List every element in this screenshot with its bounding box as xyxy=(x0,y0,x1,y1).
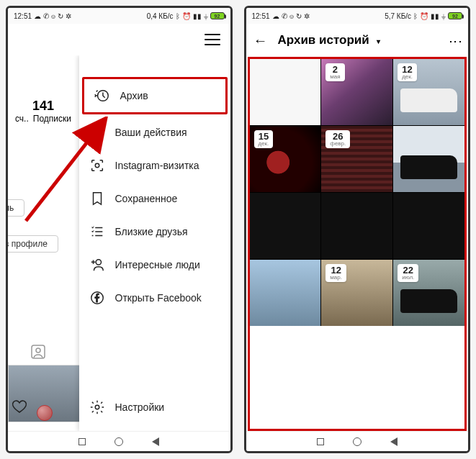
date-month: мая xyxy=(330,74,340,80)
menu-item-archive[interactable]: Архив xyxy=(82,77,228,114)
followers-stat[interactable]: 141 сч.. Подписки xyxy=(15,99,71,124)
battery-icon: 92 xyxy=(448,12,462,19)
stat-label-partial: сч.. xyxy=(15,114,29,124)
nav-recent-icon[interactable] xyxy=(317,438,324,445)
bookmark-icon xyxy=(89,191,105,206)
status-time: 12:51 xyxy=(14,12,32,20)
notification-gear-icon: ✲ xyxy=(304,12,310,20)
archive-story-cell[interactable] xyxy=(250,260,321,326)
battery-icon: 92 xyxy=(210,12,225,19)
notification-whatsapp-icon: ✆ xyxy=(282,12,287,20)
date-badge: 15 дек. xyxy=(254,130,274,148)
notification-sync-icon: ↻ xyxy=(296,12,302,20)
phone-left-profile-menu: 12:51 ☁ ✆ ⌾ ↻ ✲ 0,4 КБ/с ᛒ ⏰ ▮▮ ⏚ 92 141… xyxy=(6,6,233,453)
nav-back-icon[interactable] xyxy=(390,437,398,446)
status-bar: 12:51 ☁ ✆ ⌾ ↻ ✲ 5,7 КБ/с ᛒ ⏰ ▮▮ ⏚ 92 xyxy=(246,8,469,24)
android-navbar xyxy=(246,431,469,451)
menu-item-open-facebook[interactable]: Открыть Facebook xyxy=(79,281,230,314)
notification-cloud-icon: ☁ xyxy=(34,12,41,20)
menu-item-saved[interactable]: Сохраненное xyxy=(79,182,230,215)
notification-cloud-icon: ☁ xyxy=(272,12,279,20)
tagged-tab-icon[interactable] xyxy=(30,343,47,363)
bluetooth-icon: ᛒ xyxy=(176,12,180,20)
like-icon[interactable] xyxy=(11,398,28,418)
nav-recent-icon[interactable] xyxy=(78,438,86,445)
svg-point-4 xyxy=(95,163,99,168)
menu-item-close-friends[interactable]: Близкие друзья xyxy=(79,215,230,248)
status-data-rate: 5,7 КБ/с xyxy=(385,12,411,20)
profile-side-menu: Архив Ваши действия Instagram-визитка Со… xyxy=(79,55,230,431)
hamburger-menu-icon[interactable] xyxy=(205,34,220,45)
archive-story-cell[interactable] xyxy=(250,193,321,259)
menu-label: Близкие друзья xyxy=(115,226,188,237)
menu-item-your-activity[interactable]: Ваши действия xyxy=(79,116,230,149)
signal-icon: ▮▮ xyxy=(431,12,439,20)
story-avatar[interactable] xyxy=(37,405,53,421)
archive-clock-icon xyxy=(94,88,110,104)
stat-number: 141 xyxy=(15,99,71,114)
menu-label: Настройки xyxy=(115,401,165,413)
date-badge: 2 мая xyxy=(325,63,344,81)
date-month: июл. xyxy=(402,275,414,281)
archive-story-cell[interactable] xyxy=(393,193,464,259)
date-badge: 12 дек. xyxy=(398,63,417,81)
notification-gear-icon: ✲ xyxy=(66,12,71,20)
archive-grid-highlighted: 2 мая 12 дек. 15 дек. 26 xyxy=(248,57,467,431)
edit-profile-button-partial[interactable]: ль xyxy=(8,199,24,217)
archive-story-cell[interactable]: 15 дек. xyxy=(250,126,321,192)
archive-story-cell[interactable]: 26 февр. xyxy=(321,126,392,192)
android-navbar xyxy=(8,431,230,451)
add-person-icon xyxy=(89,257,105,273)
notification-sync-icon: ↻ xyxy=(58,12,63,20)
car-thumbnail xyxy=(400,289,457,312)
facebook-icon xyxy=(89,290,105,306)
status-time: 12:51 xyxy=(252,12,270,20)
date-month: февр. xyxy=(330,141,346,147)
menu-label: Интересные люди xyxy=(115,259,200,271)
activity-clock-icon xyxy=(89,124,105,140)
nav-back-icon[interactable] xyxy=(152,437,159,446)
signal-icon: ▮▮ xyxy=(193,12,202,20)
menu-label: Сохраненное xyxy=(115,193,178,204)
alarm-icon: ⏰ xyxy=(420,12,428,20)
date-month: мар. xyxy=(330,275,342,281)
archive-story-cell[interactable] xyxy=(393,126,464,192)
date-month: дек. xyxy=(259,141,269,147)
archive-title-text: Архив историй xyxy=(278,33,369,47)
nametag-icon xyxy=(89,158,105,173)
notification-camera-icon: ⌾ xyxy=(289,12,294,20)
archive-story-cell[interactable]: 12 мар. xyxy=(321,260,392,326)
menu-label: Instagram-визитка xyxy=(115,160,199,171)
svg-point-1 xyxy=(36,348,40,353)
archive-story-cell[interactable]: 22 июл. xyxy=(393,260,464,326)
stat-label-subscriptions: Подписки xyxy=(33,114,71,124)
svg-rect-0 xyxy=(32,345,45,358)
menu-item-settings[interactable]: Настройки xyxy=(79,391,230,424)
menu-label: Архив xyxy=(120,90,148,101)
svg-point-7 xyxy=(95,405,99,409)
back-arrow-icon[interactable]: ← xyxy=(253,32,268,49)
menu-item-discover-people[interactable]: Интересные люди xyxy=(79,248,230,281)
alarm-icon: ⏰ xyxy=(182,12,191,20)
wifi-icon: ⏚ xyxy=(204,12,208,20)
archive-header-bar: ← Архив историй ▾ ⋮ xyxy=(246,24,469,57)
archive-grid: 2 мая 12 дек. 15 дек. 26 xyxy=(250,59,465,326)
dropdown-caret-icon: ▾ xyxy=(377,37,380,45)
profile-top-bar xyxy=(8,24,230,55)
promote-button-partial[interactable]: в профиле xyxy=(8,235,58,253)
phone-right-archive: 12:51 ☁ ✆ ⌾ ↻ ✲ 5,7 КБ/с ᛒ ⏰ ▮▮ ⏚ 92 ← А… xyxy=(244,6,471,453)
nav-home-icon[interactable] xyxy=(114,437,123,446)
gear-icon xyxy=(89,399,105,415)
menu-item-nametag[interactable]: Instagram-визитка xyxy=(79,149,230,182)
status-data-rate: 0,4 КБ/с xyxy=(147,12,174,20)
archive-story-cell[interactable]: 2 мая xyxy=(321,59,392,125)
archive-title[interactable]: Архив историй ▾ xyxy=(278,33,381,47)
nav-home-icon[interactable] xyxy=(353,437,362,446)
notification-camera-icon: ⌾ xyxy=(51,12,55,20)
archive-story-cell[interactable]: 12 дек. xyxy=(393,59,464,125)
archive-story-cell[interactable] xyxy=(321,193,392,259)
status-bar: 12:51 ☁ ✆ ⌾ ↻ ✲ 0,4 КБ/с ᛒ ⏰ ▮▮ ⏚ 92 xyxy=(8,8,230,24)
archive-story-cell[interactable] xyxy=(250,59,321,125)
date-badge: 22 июл. xyxy=(398,264,418,282)
more-options-icon[interactable]: ⋮ xyxy=(448,35,464,46)
